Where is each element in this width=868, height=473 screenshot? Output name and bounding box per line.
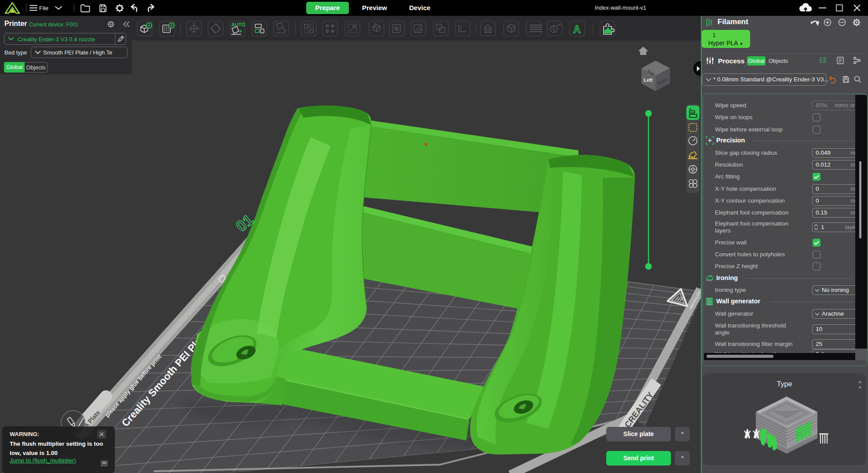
svg-text:A: A [573,24,581,35]
svg-text:File: File [39,5,48,11]
svg-text:AUTO: AUTO [231,22,245,27]
svg-text:Left: Left [644,77,653,83]
